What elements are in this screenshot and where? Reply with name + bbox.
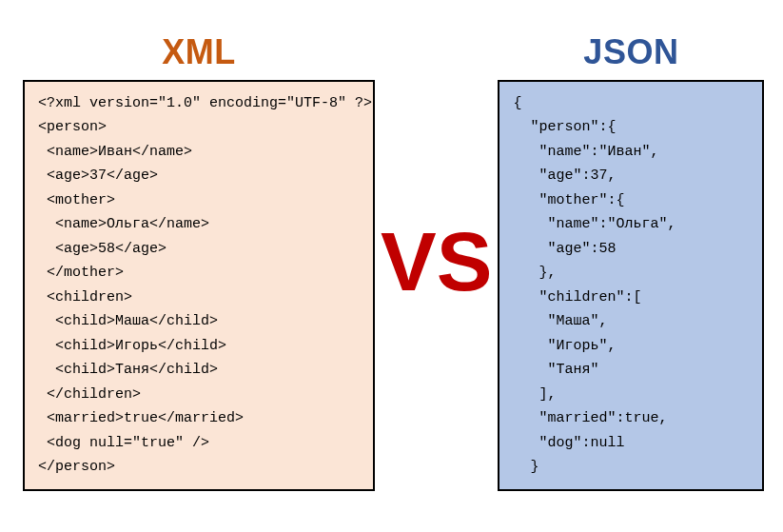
- xml-title: XML: [162, 32, 236, 72]
- json-code-box: { "person":{ "name":"Иван", "age":37, "m…: [498, 80, 764, 491]
- xml-column: XML <?xml version="1.0" encoding="UTF-8"…: [23, 32, 375, 491]
- json-title: JSON: [583, 32, 678, 72]
- comparison-diagram: XML <?xml version="1.0" encoding="UTF-8"…: [0, 0, 783, 532]
- xml-code-box: <?xml version="1.0" encoding="UTF-8" ?> …: [23, 80, 375, 491]
- json-column: JSON { "person":{ "name":"Иван", "age":3…: [498, 32, 764, 491]
- vs-label: VS: [381, 220, 492, 304]
